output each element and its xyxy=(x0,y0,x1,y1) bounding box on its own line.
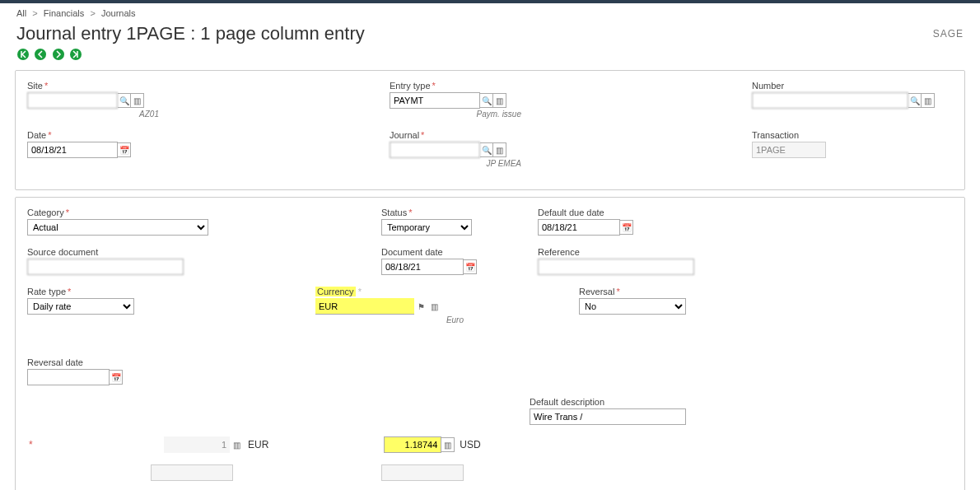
lookup-icon[interactable]: 🔍 xyxy=(908,93,922,108)
status-select[interactable]: Temporary xyxy=(381,219,472,236)
detail-panel: Category* Actual Status* Temporary Defau… xyxy=(15,197,965,490)
source-doc-input[interactable] xyxy=(27,259,184,275)
rate-value-unit: USD xyxy=(460,439,480,450)
browse-icon[interactable]: ▥ xyxy=(493,142,506,157)
browse-icon[interactable]: ▥ xyxy=(131,93,144,108)
breadcrumb: All > Financials > Journals xyxy=(0,3,980,23)
svg-point-1 xyxy=(35,49,46,60)
page-title: Journal entry 1PAGE : 1 page column entr… xyxy=(16,23,365,44)
journal-label: Journal* xyxy=(390,130,521,140)
reversal-date-label: Reversal date xyxy=(27,357,159,367)
svg-point-2 xyxy=(53,49,64,60)
next-record-icon[interactable] xyxy=(52,48,65,61)
currency-sublabel: Euro xyxy=(315,315,464,324)
prev-record-icon[interactable] xyxy=(34,48,47,61)
default-desc-label: Default description xyxy=(530,397,744,407)
last-record-icon[interactable] xyxy=(69,48,82,61)
date-label: Date* xyxy=(27,130,159,140)
transaction-label: Transaction xyxy=(752,130,950,140)
reference-label: Reference xyxy=(538,247,719,257)
calendar-icon[interactable]: 📅 xyxy=(620,220,633,235)
doc-date-input[interactable] xyxy=(381,259,464,275)
first-record-icon[interactable] xyxy=(16,48,30,61)
calendar-icon[interactable]: 📅 xyxy=(118,142,131,157)
default-desc-input[interactable] xyxy=(530,408,686,425)
reference-input[interactable] xyxy=(538,259,694,275)
transaction-input xyxy=(752,142,826,158)
journal-input[interactable] xyxy=(390,142,480,158)
browse-icon[interactable]: ▥ xyxy=(427,299,441,314)
rate-one-unit: EUR xyxy=(248,439,268,450)
record-nav xyxy=(0,48,980,70)
lookup-icon[interactable]: 🔍 xyxy=(480,93,493,108)
status-label: Status* xyxy=(381,208,505,217)
blank-input-1 xyxy=(151,464,233,481)
journal-sublabel: JP EMEA xyxy=(390,159,521,168)
browse-icon[interactable]: ▥ xyxy=(922,93,935,108)
default-due-input[interactable] xyxy=(538,219,620,236)
reversal-select[interactable]: No xyxy=(579,298,686,315)
rate-one-input xyxy=(164,436,230,453)
breadcrumb-all[interactable]: All xyxy=(16,8,26,18)
doc-date-label: Document date xyxy=(381,247,505,257)
calendar-icon[interactable]: 📅 xyxy=(110,370,123,385)
brand-logo: SAGE xyxy=(933,28,964,40)
entry-type-input[interactable] xyxy=(390,92,480,109)
entry-type-sublabel: Paym. issue xyxy=(390,110,521,119)
lookup-icon[interactable]: 🔍 xyxy=(480,142,493,157)
breadcrumb-journals[interactable]: Journals xyxy=(101,8,136,18)
browse-icon[interactable]: ▥ xyxy=(493,93,506,108)
default-due-label: Default due date xyxy=(538,208,670,217)
source-doc-label: Source document xyxy=(27,247,217,257)
site-input[interactable] xyxy=(27,92,118,109)
lookup-icon[interactable]: ⚑ xyxy=(414,299,427,314)
browse-icon[interactable]: ▥ xyxy=(230,437,243,452)
blank-input-2 xyxy=(381,464,464,481)
reversal-label: Reversal* xyxy=(579,287,711,296)
entry-type-label: Entry type* xyxy=(390,81,521,91)
category-select[interactable]: Actual xyxy=(27,219,208,236)
calendar-icon[interactable]: 📅 xyxy=(464,259,477,274)
breadcrumb-financials[interactable]: Financials xyxy=(44,8,85,18)
rate-type-select[interactable]: Daily rate xyxy=(27,298,134,315)
date-input[interactable] xyxy=(27,142,118,158)
currency-label: Currency * xyxy=(315,287,464,296)
site-sublabel: AZ01 xyxy=(27,110,159,119)
rate-value-input[interactable] xyxy=(384,436,441,453)
number-label: Number xyxy=(752,81,950,91)
category-label: Category* xyxy=(27,208,217,217)
number-input[interactable] xyxy=(752,92,908,109)
site-label: Site* xyxy=(27,81,159,91)
header-panel: Site* 🔍 ▥ AZ01 Entry type* 🔍 ▥ Paym. iss… xyxy=(15,70,965,190)
reversal-date-input[interactable] xyxy=(27,369,110,385)
currency-input[interactable] xyxy=(315,298,414,315)
rate-type-label: Rate type* xyxy=(27,287,159,296)
lookup-icon[interactable]: 🔍 xyxy=(118,93,131,108)
browse-icon[interactable]: ▥ xyxy=(441,437,455,452)
